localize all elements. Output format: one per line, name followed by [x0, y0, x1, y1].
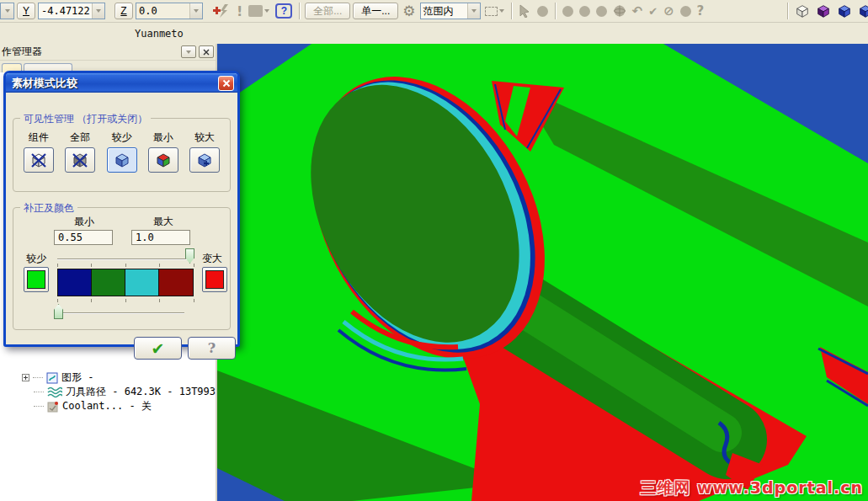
panel-title: 作管理器	[2, 45, 42, 59]
more-color-swatch[interactable]	[202, 267, 227, 292]
comparison-gradient-bar[interactable]	[57, 269, 194, 296]
gradient-segment-green[interactable]	[92, 269, 125, 296]
y-coordinate-value: -4.47122	[39, 5, 92, 17]
scale-tick	[194, 299, 194, 302]
plus-bolt-icon	[212, 3, 231, 19]
tolerance-group-title: 补正及颜色	[20, 201, 77, 216]
combo-arrow-icon[interactable]	[1, 3, 13, 19]
tree-connector	[34, 392, 44, 392]
panel-close-button[interactable]	[199, 45, 214, 58]
no-entry-button[interactable]: ⊘	[662, 3, 676, 19]
stock-compare-dialog: 素材模式比较 可见性管理 （打开或关闭） 组件	[3, 71, 240, 347]
stock-model-button[interactable]	[856, 3, 868, 19]
z-axis-button[interactable]: Z	[114, 3, 133, 19]
max-label: 最大	[153, 215, 173, 229]
tree-connector	[34, 406, 44, 407]
max-compare-slider-track[interactable]	[57, 258, 189, 261]
y-axis-button[interactable]: Y	[17, 3, 35, 19]
min-compare-slider-thumb[interactable]	[54, 304, 63, 319]
combo-arrow-icon[interactable]	[467, 3, 480, 19]
image-dropdown-button[interactable]	[247, 3, 271, 19]
scale-tick	[194, 264, 194, 267]
y-coordinate-combo[interactable]: -4.47122	[38, 3, 105, 19]
min-compare-slider-track[interactable]	[57, 312, 184, 315]
verify-tool-button-1[interactable]	[535, 3, 550, 19]
gradient-segment-navy[interactable]	[58, 269, 92, 296]
ok-button[interactable]: ✔	[134, 337, 182, 360]
stock-wireframe-button[interactable]	[793, 3, 812, 19]
toolpath-waves-icon	[47, 386, 62, 398]
selection-rectangle-button[interactable]	[483, 3, 506, 19]
circle-icon	[680, 6, 691, 17]
blue-cube-plus-icon	[195, 152, 214, 168]
machine-gear-icon[interactable]: ⚙	[401, 3, 417, 19]
cursor-arrow-icon	[519, 4, 531, 18]
tree-item-coolant[interactable]: Coolant... - 关	[34, 399, 152, 413]
toolbar-separator	[787, 3, 788, 19]
max-tolerance-field[interactable]: 1.0	[131, 230, 190, 245]
visibility-group: 可见性管理 （打开或关闭） 组件	[13, 118, 231, 192]
stop-circle-button[interactable]	[679, 3, 693, 19]
stock-compare-button[interactable]	[814, 3, 833, 19]
undo-button[interactable]: ↶	[631, 3, 645, 19]
context-help-button[interactable]: ?	[695, 3, 706, 19]
scale-tick	[125, 299, 126, 302]
dropdown-arrow-icon	[264, 9, 269, 13]
vis-label-component: 组件	[29, 131, 49, 145]
tree-item-geometry[interactable]: 图形 -	[22, 370, 93, 385]
verify-tool-button-3[interactable]	[578, 3, 592, 19]
check-icon: ✔	[152, 339, 165, 358]
min-label: 最小	[74, 215, 94, 229]
range-combo[interactable]: 范围内	[420, 3, 481, 19]
verify-tool-button-4[interactable]	[594, 3, 609, 19]
expand-plus-icon[interactable]	[22, 374, 29, 381]
tree-item-label: Coolant... - 关	[62, 399, 152, 413]
min-tolerance-field[interactable]: 0.55	[54, 230, 113, 245]
panel-menu-button[interactable]	[181, 45, 196, 58]
visibility-group-title: 可见性管理 （打开或关闭）	[20, 112, 151, 126]
more-color-chip	[205, 270, 224, 289]
toggle-less-button[interactable]	[107, 147, 137, 173]
z-coordinate-combo[interactable]: 0.0	[136, 3, 203, 19]
gradient-segment-darkred[interactable]	[159, 269, 193, 296]
scale-tick	[125, 264, 126, 267]
graphics-viewport[interactable]: 三维网 www.3dportal.cn	[217, 44, 868, 501]
vis-label-more: 较大	[194, 131, 215, 145]
select-all-button[interactable]: 全部...	[305, 3, 350, 19]
dialog-close-button[interactable]	[218, 76, 234, 91]
less-color-chip	[27, 270, 45, 289]
max-compare-slider-thumb[interactable]	[185, 248, 194, 264]
exclamation-icon[interactable]: !	[235, 3, 244, 19]
tree-item-toolpath[interactable]: 刀具路径 - 642.3K - 13T993-0.NC	[34, 385, 216, 399]
z-coordinate-value: 0.0	[136, 5, 189, 17]
blue-cube-icon	[858, 3, 868, 19]
stock-verify-button[interactable]	[835, 3, 854, 19]
combo-arrow-icon[interactable]	[92, 3, 104, 19]
toolbar-separator	[299, 3, 300, 19]
circle-icon	[537, 6, 548, 17]
scale-tick	[159, 264, 160, 267]
help-sketch-button[interactable]: ?	[274, 3, 294, 19]
help-button[interactable]: ?	[188, 337, 236, 360]
toggle-min-button[interactable]	[148, 147, 178, 173]
accept-check-button[interactable]: ✔	[647, 3, 659, 19]
toggle-component-button[interactable]	[24, 147, 54, 173]
toggle-more-button[interactable]	[189, 147, 220, 173]
leftmost-combo-stub[interactable]	[0, 3, 14, 19]
dashed-rectangle-icon	[485, 7, 498, 16]
select-single-button[interactable]: 单一...	[353, 3, 398, 19]
add-point-lightning-icon[interactable]	[210, 3, 232, 19]
less-color-swatch[interactable]	[24, 267, 49, 292]
range-value: 范围内	[421, 4, 467, 19]
sphere-view-button[interactable]	[611, 3, 628, 19]
app-window: Y -4.47122 Z 0.0 ! ? 全部... 单一... ⚙ 范	[0, 0, 868, 501]
circle-icon	[579, 6, 590, 17]
cursor-select-button[interactable]	[517, 3, 533, 19]
gradient-segment-cyan[interactable]	[125, 269, 159, 296]
toggle-all-button[interactable]	[65, 147, 95, 173]
verify-tool-button-2[interactable]	[561, 3, 575, 19]
dialog-titlebar[interactable]: 素材模式比较	[6, 73, 237, 93]
scale-tick	[57, 264, 58, 267]
combo-arrow-icon[interactable]	[189, 3, 202, 19]
tree-item-label: 刀具路径 - 642.3K - 13T993-0.NC	[66, 385, 216, 399]
